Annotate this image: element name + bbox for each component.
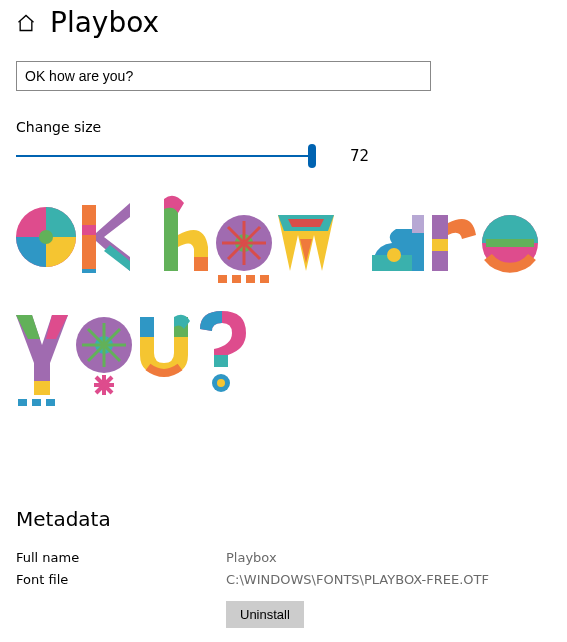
- home-icon[interactable]: [16, 13, 36, 33]
- size-value: 72: [350, 147, 369, 165]
- svg-rect-29: [486, 239, 534, 247]
- meta-fontfile-label: Font file: [16, 569, 226, 591]
- sample-text-input[interactable]: [16, 61, 431, 91]
- meta-fullname-value: Playbox: [226, 547, 277, 569]
- svg-rect-15: [218, 275, 227, 283]
- svg-rect-49: [214, 355, 228, 367]
- meta-fullname-label: Full name: [16, 547, 226, 569]
- svg-rect-35: [32, 399, 41, 406]
- svg-rect-36: [46, 399, 55, 406]
- svg-point-1: [39, 230, 53, 244]
- svg-marker-32: [46, 315, 68, 339]
- svg-point-51: [217, 379, 225, 387]
- svg-rect-17: [246, 275, 255, 283]
- meta-fontfile-value: C:\WINDOWS\FONTS\PLAYBOX-FREE.OTF: [226, 569, 489, 591]
- svg-point-24: [387, 248, 401, 262]
- svg-rect-47: [140, 317, 154, 337]
- size-label: Change size: [16, 119, 551, 135]
- svg-rect-2: [82, 205, 96, 269]
- svg-rect-27: [432, 239, 448, 251]
- size-slider[interactable]: [16, 155, 316, 157]
- svg-marker-31: [16, 315, 40, 339]
- metadata-heading: Metadata: [16, 507, 551, 531]
- svg-rect-25: [412, 215, 424, 233]
- page-title: Playbox: [50, 6, 159, 39]
- font-preview: [16, 195, 551, 445]
- svg-rect-6: [82, 269, 96, 273]
- uninstall-button[interactable]: Uninstall: [226, 601, 304, 628]
- svg-marker-21: [288, 219, 324, 227]
- svg-rect-3: [82, 225, 96, 235]
- svg-rect-34: [18, 399, 27, 406]
- svg-rect-8: [194, 257, 208, 271]
- svg-rect-16: [232, 275, 241, 283]
- svg-rect-18: [260, 275, 269, 283]
- svg-rect-33: [34, 381, 50, 395]
